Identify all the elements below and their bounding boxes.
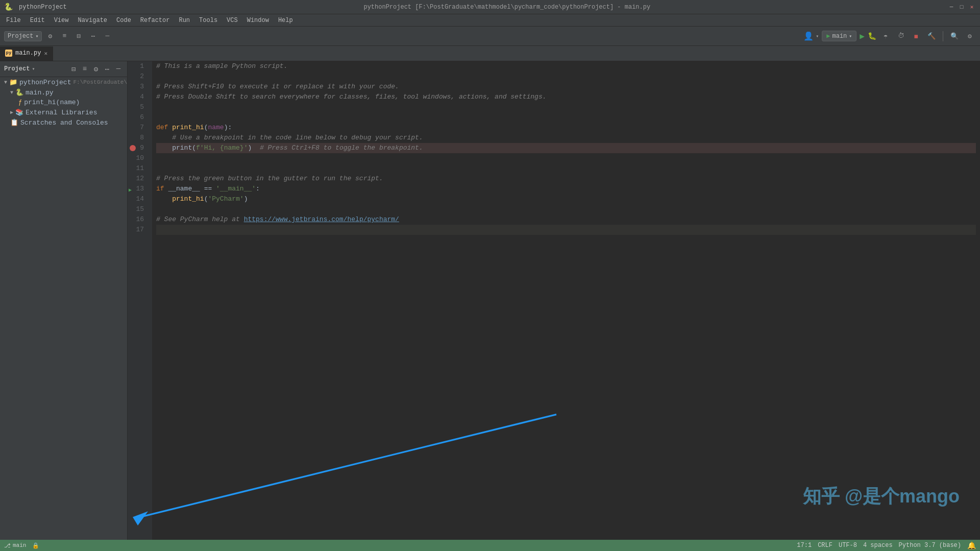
sidebar-header: Project ▾ ⊟ ≡ ⚙ ⋯ ─	[0, 61, 127, 77]
toolbar-filter-btn[interactable]: ⊟	[72, 30, 85, 42]
sidebar-item-scratches[interactable]: 📋 Scratches and Consoles	[0, 117, 127, 128]
status-encoding[interactable]: UTF-8	[839, 542, 857, 549]
param-name: name	[208, 123, 224, 133]
menu-file[interactable]: File	[2, 16, 25, 25]
project-name-title: pythonProject	[19, 4, 67, 11]
menu-code[interactable]: Code	[112, 16, 135, 25]
run-button[interactable]: ▶	[860, 31, 865, 41]
code-comment-16-prefix: # See PyCharm help at	[156, 214, 244, 225]
menu-view[interactable]: View	[50, 16, 73, 25]
menu-edit[interactable]: Edit	[26, 16, 49, 25]
coverage-button[interactable]: ☂	[879, 30, 892, 42]
minimize-button[interactable]: ─	[947, 3, 955, 11]
profile-button[interactable]: ⏱	[895, 30, 907, 42]
menu-help[interactable]: Help	[274, 16, 297, 25]
code-paren-9: (	[192, 143, 196, 153]
run-config-selector[interactable]: ▶ main ▾	[822, 31, 856, 41]
title-center: pythonProject [F:\PostGraduate\mathmodel…	[363, 4, 650, 11]
code-comment-4: # Press Double Shift to search everywher…	[156, 92, 547, 102]
fn-print-hi: print_hi	[172, 123, 204, 133]
tab-main-py[interactable]: py main.py ✕	[0, 46, 53, 61]
search-button[interactable]: 🔍	[948, 30, 961, 42]
chevron-down-icon-mainpy: ▼	[10, 90, 13, 95]
tab-close-button[interactable]: ✕	[44, 50, 47, 57]
code-line-13: if __name__ == '__main__':	[156, 184, 976, 194]
code-fstring: f'Hi, {name}'	[196, 143, 248, 153]
project-selector[interactable]: Project ▾	[4, 31, 42, 41]
sidebar-project-path: F:\PostGraduate\mathmodel\pycharm...	[73, 79, 128, 85]
window-controls[interactable]: ─ □ ✕	[947, 3, 976, 11]
code-line-3: # Press Shift+F10 to execute it or repla…	[156, 82, 976, 92]
code-comment-3: # Press Shift+F10 to execute it or repla…	[156, 82, 399, 92]
menu-tools[interactable]: Tools	[195, 16, 222, 25]
menu-window[interactable]: Window	[243, 16, 273, 25]
line-num-2: 2	[128, 71, 148, 82]
status-interpreter[interactable]: Python 3.7 (base)	[899, 542, 961, 549]
sidebar-sort-icon[interactable]: ≡	[80, 64, 89, 74]
run-config-icon: ▶	[826, 32, 830, 40]
status-position[interactable]: 17:1	[797, 542, 812, 549]
sidebar-more-icon[interactable]: ⋯	[103, 64, 112, 74]
code-link-jetbrains[interactable]: https://www.jetbrains.com/help/pycharm/	[244, 214, 399, 225]
toolbar-collapse-btn[interactable]: ─	[101, 30, 113, 42]
build-button[interactable]: 🔨	[925, 30, 938, 42]
toolbar-sort-btn[interactable]: ≡	[58, 30, 70, 42]
indent-8	[156, 133, 172, 143]
scratches-icon: 📋	[10, 118, 18, 127]
code-line-6	[156, 112, 976, 123]
project-folder-icon: 📁	[9, 78, 17, 86]
editor-content: 1 2 3 4 5 6 7 8 9 10 11 12 13 14 15 16 1…	[128, 61, 980, 540]
close-button[interactable]: ✕	[968, 3, 976, 11]
code-line-12: # Press the green button in the gutter t…	[156, 174, 976, 184]
run-config-label: main	[832, 33, 847, 40]
dunder-name: __name__	[168, 184, 200, 194]
file-py-icon: 🐍	[15, 88, 23, 97]
code-line-7: def print_hi(name):	[156, 123, 976, 133]
project-selector-dropdown-icon: ▾	[35, 33, 38, 39]
menu-navigate[interactable]: Navigate	[74, 16, 111, 25]
status-notifications[interactable]: 🔔	[967, 541, 976, 550]
menu-refactor[interactable]: Refactor	[136, 16, 174, 25]
maximize-button[interactable]: □	[958, 3, 966, 11]
avatar-icon: 👤	[803, 31, 814, 41]
app-icon: 🐍	[4, 3, 13, 11]
sidebar-item-print-hi[interactable]: ƒ print_hi(name)	[0, 98, 127, 107]
sidebar: Project ▾ ⊟ ≡ ⚙ ⋯ ─ ▼ 📁 pythonProject F:…	[0, 61, 128, 540]
settings-gear-button[interactable]: ⚙	[964, 30, 976, 42]
indent-9	[156, 143, 172, 153]
kw-if: if	[156, 184, 168, 194]
tab-file-icon: py	[5, 50, 12, 57]
code-line-11	[156, 163, 976, 174]
editor-area: 1 2 3 4 5 6 7 8 9 10 11 12 13 14 15 16 1…	[128, 61, 980, 540]
sidebar-item-external-libs[interactable]: ▶ 📚 External Libraries	[0, 107, 127, 117]
sidebar-settings-icon[interactable]: ⚙	[91, 64, 101, 74]
status-line-ending[interactable]: CRLF	[818, 542, 832, 549]
sidebar-title: Project	[4, 65, 30, 73]
status-indent[interactable]: 4 spaces	[863, 542, 893, 549]
code-line-16: # See PyCharm help at https://www.jetbra…	[156, 214, 976, 225]
sidebar-item-mainpy[interactable]: ▼ 🐍 main.py	[0, 87, 127, 98]
line-num-9-breakpoint[interactable]: 9	[128, 143, 148, 153]
code-line-1: # This is a sample Python script.	[156, 61, 976, 71]
sidebar-hide-icon[interactable]: ─	[114, 64, 123, 74]
stop-button[interactable]: ◼	[910, 30, 922, 42]
function-icon: ƒ	[18, 99, 22, 106]
menu-vcs[interactable]: VCS	[223, 16, 242, 25]
toolbar-more-btn[interactable]: ⋯	[87, 30, 99, 42]
debug-button[interactable]: 🐛	[868, 32, 876, 40]
toolbar-settings-btn[interactable]: ⚙	[44, 30, 56, 42]
sidebar-item-pythonproject[interactable]: ▼ 📁 pythonProject F:\PostGraduate\mathmo…	[0, 77, 127, 87]
code-print: print	[172, 143, 192, 153]
status-lock[interactable]: 🔒	[32, 542, 39, 549]
external-libs-icon: 📚	[15, 108, 23, 116]
menu-run[interactable]: Run	[175, 16, 194, 25]
cursor-position: 17:1	[797, 542, 812, 549]
paren-14: (	[204, 194, 208, 204]
line-num-17: 17	[128, 225, 148, 235]
code-close-9: )	[248, 143, 259, 153]
code-line-17	[156, 225, 976, 235]
sidebar-collapse-all-icon[interactable]: ⊟	[69, 64, 78, 74]
code-editor[interactable]: # This is a sample Python script. # Pres…	[152, 61, 980, 540]
status-branch[interactable]: ⎇ main	[4, 542, 26, 549]
indent-label: 4 spaces	[863, 542, 893, 549]
